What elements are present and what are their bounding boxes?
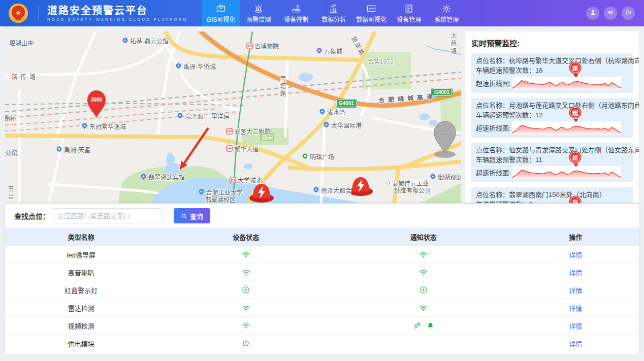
detail-link[interactable]: 详情 (569, 287, 582, 294)
search-bar: 查找点位： 查询 (5, 204, 639, 227)
device-status-panel: 查找点位： 查询 类型名称 设备状态 通知状态 操作 led诱导屏 详情 高音喇… (5, 204, 639, 354)
navbar: ★ 道路安全预警云平台 ROAD SAFETY WARNING CLOUD PL… (0, 0, 644, 26)
map-label: 东冠繁华逸城 (81, 122, 126, 130)
wifi-icon (242, 321, 250, 330)
alarm-icon (253, 4, 264, 14)
query-button[interactable]: 查询 (174, 208, 210, 223)
brand: ★ 道路安全预警云平台 ROAD SAFETY WARNING CLOUD PL… (0, 3, 188, 23)
map-road-label: 宝塔路 (278, 75, 287, 98)
nav-tab-system-management[interactable]: 系统管理 (428, 0, 465, 26)
map-label: 翡翠湖迎宾馆 (140, 173, 185, 181)
device-type: 视频检测 (5, 321, 157, 331)
nav-tab-device-control[interactable]: 设备控制 (277, 0, 315, 26)
map-label: 御湖观邸 (430, 173, 461, 181)
map-label: 大学城北 (230, 176, 262, 184)
wifi-icon (419, 268, 428, 277)
metro-icon (246, 43, 253, 49)
map-road-label: 大慈路 (449, 32, 458, 55)
warning-card[interactable]: 点位名称：杭埠路与繁华大道交叉口处右侧（杭埠路南向北） 车辆超速预警次数：16 … (471, 53, 633, 93)
map-label: 翡翠湖校区 (205, 195, 236, 203)
power-icon (242, 339, 250, 347)
warning-card[interactable]: 点位名称：翡翠湖西南门150米处（北向南） 车流量预警次数：6 超速折线图: 超 (471, 187, 633, 203)
divider (39, 6, 39, 20)
poi-icon (323, 122, 330, 128)
overspeed-pin-icon: 超 (570, 196, 583, 203)
wifi-icon (419, 304, 428, 312)
search-input[interactable] (52, 208, 163, 223)
realtime-warning-panel: 实时预警监控: 点位名称：杭埠路与繁华大道交叉口处右侧（杭埠路南向北） 车辆超速… (465, 31, 639, 203)
nav-tab-warning-monitor[interactable]: 预警监测 (240, 0, 277, 26)
device-table: 类型名称 设备状态 通知状态 操作 led诱导屏 详情 高音喇叭 详情 红蓝警示… (5, 227, 639, 352)
flash-circle-icon (420, 286, 428, 294)
site-name: 翡翠湖西南门150米处（北向南） (509, 191, 606, 199)
warning-count: 11 (535, 156, 542, 163)
nav-tab-data-analysis[interactable]: 数据分析 (315, 0, 352, 26)
nav-actions (586, 7, 644, 20)
wifi-icon (419, 250, 428, 259)
map-label: 铁路桥 (5, 114, 16, 122)
poi-icon (302, 153, 308, 160)
visual-icon (366, 4, 376, 14)
user-button[interactable] (586, 7, 599, 20)
panel-title: 实时预警监控: (471, 38, 633, 48)
map-label: 拓基·鼎元公馆 (122, 37, 169, 45)
table-row: 高音喇叭 详情 (5, 264, 639, 281)
warning-count: 6 (529, 201, 532, 203)
table-row: 红蓝警示灯 详情 (5, 281, 639, 299)
map-label: 大华国际港 (323, 121, 362, 129)
poi-icon (430, 174, 436, 180)
logout-icon (625, 9, 632, 18)
poi-icon (140, 174, 147, 180)
poi-icon (81, 123, 88, 129)
map-label: 合柴1972 (368, 57, 394, 65)
svg-text:3000: 3000 (91, 97, 103, 103)
warning-card[interactable]: 点位名称：仙女路与青龙潭路交叉口处左侧（仙女路东向西） 车辆超速预警次数：11 … (471, 143, 633, 182)
overspeed-sparkline (512, 77, 621, 90)
volume-icon (607, 9, 615, 18)
camera-icon (413, 321, 423, 330)
nav-tab-data-visualization[interactable]: 数据可视化 (352, 0, 390, 26)
overspeed-pin-icon: 超 (570, 152, 583, 168)
table-header: 类型名称 设备状态 通知状态 操作 (5, 227, 639, 246)
warning-count: 16 (535, 67, 542, 74)
map-label: 瑞泽源·一里洋房 (177, 112, 230, 120)
metro-icon (226, 145, 233, 152)
poi-icon (175, 63, 182, 70)
highway-badge: G4001 (336, 100, 357, 107)
detail-link[interactable]: 详情 (569, 251, 582, 259)
map-label: 禹洲·天玺 (56, 145, 90, 154)
map-label: 万象城 (316, 47, 342, 55)
police-badge-logo: ★ (8, 3, 28, 23)
poi-icon (177, 113, 183, 119)
wifi-icon (242, 250, 250, 259)
map-label: 徽园 (260, 133, 274, 141)
table-row: led诱导屏 详情 (5, 246, 639, 264)
metro-icon (226, 128, 233, 135)
map-pin-inactive[interactable]: ······ (434, 121, 456, 158)
detail-link[interactable]: 详情 (569, 305, 582, 312)
app-subtitle: ROAD SAFETY WARNING CLOUD PLATFORM (47, 17, 188, 22)
map-label: 浅水湾 (319, 108, 345, 116)
bell-icon (427, 322, 434, 330)
wifi-icon (242, 268, 250, 277)
warning-card[interactable]: 点位名称：月池路与莲花路交叉口处右侧（月池路东向西） 车辆超速预警次数：12 超… (471, 98, 633, 138)
device-type: 供电模块 (5, 339, 157, 348)
road-safety-platform: ★ 道路安全预警云平台 ROAD SAFETY WARNING CLOUD PL… (0, 0, 644, 361)
svg-text:······: ······ (441, 131, 448, 135)
detail-link[interactable]: 详情 (569, 269, 582, 277)
map-label: 纤维有限公司 (394, 186, 431, 194)
map-panel[interactable]: 3000 ······ 堰湖山庄 拓基·鼎元公馆 省博物院 (5, 31, 461, 203)
detail-link[interactable]: 详情 (569, 340, 582, 348)
map-label: 禹洲·华侨城 (175, 62, 216, 71)
detail-link[interactable]: 详情 (569, 322, 582, 330)
device-icon (404, 4, 414, 14)
nav-tab-gis[interactable]: GIS可视化 (202, 0, 240, 26)
analysis-icon (329, 4, 339, 14)
poi-icon (56, 146, 62, 153)
device-type: 高音喇叭 (5, 268, 157, 277)
highway-badge: G4001 (432, 88, 452, 96)
nav-tab-device-management[interactable]: 设备管理 (390, 0, 428, 26)
overspeed-sparkline (512, 121, 621, 135)
logout-button[interactable] (622, 7, 635, 20)
volume-button[interactable] (604, 7, 617, 20)
